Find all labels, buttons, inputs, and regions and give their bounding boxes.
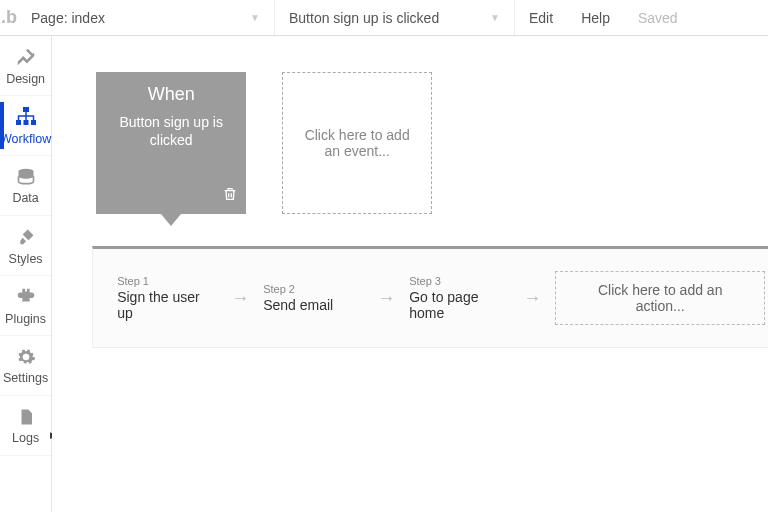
chevron-down-icon: ▼ [250,12,260,23]
arrow-right-icon: → [227,288,253,309]
trash-icon[interactable] [222,186,238,206]
sidebar-item-label: Data [12,191,38,205]
workflow-selector-dropdown[interactable]: Button sign up is clicked ▼ [275,0,515,35]
arrow-right-icon: → [519,288,545,309]
styles-icon [16,226,36,248]
sidebar-item-label: Plugins [5,312,46,326]
event-title: When [148,84,195,105]
edit-button[interactable]: Edit [515,0,567,35]
events-row: When Button sign up is clicked Click her… [96,72,768,214]
step-3[interactable]: Step 3 Go to page home [409,275,509,321]
main: Design Workflow Data Styles Plugins [0,36,768,512]
chevron-down-icon: ▼ [490,12,500,23]
data-icon [16,167,36,187]
event-description: Button sign up is clicked [106,113,236,149]
sidebar-item-label: Logs [12,431,39,445]
steps-panel: Step 1 Sign the user up → Step 2 Send em… [92,246,768,348]
sidebar-item-settings[interactable]: Settings [0,336,51,396]
step-label: Step 3 [409,275,509,287]
sidebar: Design Workflow Data Styles Plugins [0,36,52,512]
sidebar-item-styles[interactable]: Styles [0,216,51,276]
step-title: Go to page home [409,289,509,321]
sidebar-item-label: Workflow [0,132,51,146]
step-label: Step 1 [117,275,217,287]
logs-icon [17,407,35,427]
page-selector-label: Page: index [31,10,105,26]
add-event-label: Click here to add an event... [299,127,415,159]
design-icon [15,46,37,68]
save-status: Saved [624,0,692,35]
workflow-selector-label: Button sign up is clicked [289,10,439,26]
app-logo: .b [1,7,17,28]
step-label: Step 2 [263,283,363,295]
svg-rect-3 [31,120,36,125]
add-event-card[interactable]: Click here to add an event... [282,72,432,214]
step-title: Sign the user up [117,289,217,321]
sidebar-item-label: Settings [3,371,48,385]
topbar: .b Page: index ▼ Button sign up is click… [0,0,768,36]
event-pointer [161,214,181,226]
arrow-right-icon: → [373,288,399,309]
help-button[interactable]: Help [567,0,624,35]
sidebar-item-plugins[interactable]: Plugins [0,276,51,336]
sidebar-item-label: Design [6,72,45,86]
add-action-label: Click here to add an action... [598,282,723,314]
gear-icon [16,347,36,367]
svg-rect-1 [16,120,21,125]
workflow-canvas: When Button sign up is clicked Click her… [52,36,768,512]
event-card-selected[interactable]: When Button sign up is clicked [96,72,246,214]
svg-rect-0 [23,107,29,112]
plugins-icon [15,286,37,308]
sidebar-item-design[interactable]: Design [0,36,51,96]
sidebar-item-label: Styles [9,252,43,266]
add-action-button[interactable]: Click here to add an action... [555,271,765,325]
sidebar-item-data[interactable]: Data [0,156,51,216]
sidebar-item-workflow[interactable]: Workflow [0,96,51,156]
step-title: Send email [263,297,363,313]
step-2[interactable]: Step 2 Send email [263,283,363,313]
logo-cell: .b [0,0,17,35]
step-1[interactable]: Step 1 Sign the user up [117,275,217,321]
page-selector-dropdown[interactable]: Page: index ▼ [17,0,275,35]
svg-rect-2 [23,120,28,125]
workflow-icon [14,106,38,128]
sidebar-item-logs[interactable]: Logs [0,396,51,456]
